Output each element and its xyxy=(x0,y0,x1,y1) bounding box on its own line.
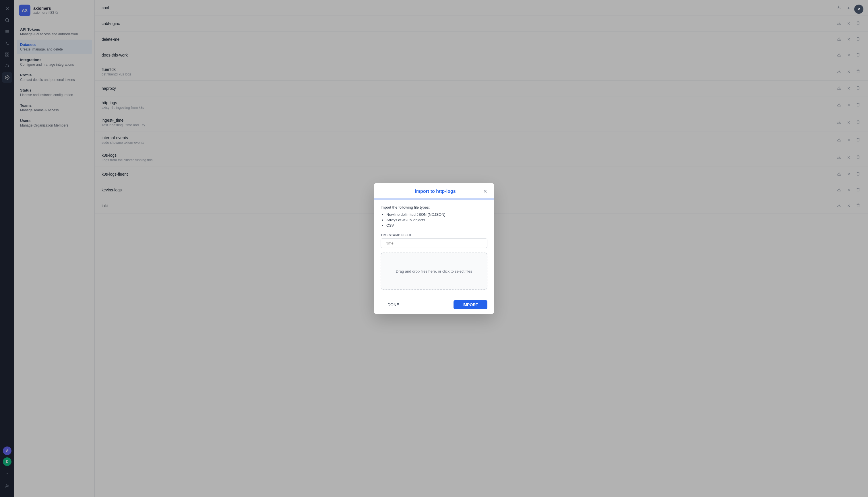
modal-footer: DONE IMPORT xyxy=(374,296,494,314)
drop-zone-text: Drag and drop files here, or click to se… xyxy=(396,269,472,273)
main-content: cool ▲ cribl-nginx ✕ xyxy=(95,0,868,497)
close-x-icon: ✕ xyxy=(857,7,860,12)
modal-title: Import to http-logs xyxy=(388,189,483,194)
done-button[interactable]: DONE xyxy=(381,300,406,309)
timestamp-field-input[interactable] xyxy=(381,239,487,248)
file-type-item: Arrays of JSON objects xyxy=(386,218,487,222)
timestamp-field-label: TIMESTAMP FIELD xyxy=(381,233,487,237)
file-type-item: CSV xyxy=(386,223,487,228)
import-modal: Import to http-logs ✕ Import the followi… xyxy=(374,183,494,314)
modal-header: Import to http-logs ✕ xyxy=(374,183,494,199)
file-type-item: Newline delimited JSON (NDJSON) xyxy=(386,212,487,217)
app-close-button[interactable]: ✕ xyxy=(854,4,864,14)
modal-overlay[interactable]: Import to http-logs ✕ Import the followi… xyxy=(95,0,868,497)
import-button[interactable]: IMPORT xyxy=(453,300,487,309)
file-types-list: Newline delimited JSON (NDJSON) Arrays o… xyxy=(381,212,487,228)
modal-body: Import the following file types: Newline… xyxy=(374,199,494,296)
modal-close-button[interactable]: ✕ xyxy=(483,189,487,194)
file-drop-zone[interactable]: Drag and drop files here, or click to se… xyxy=(381,253,487,290)
modal-description: Import the following file types: xyxy=(381,205,487,210)
